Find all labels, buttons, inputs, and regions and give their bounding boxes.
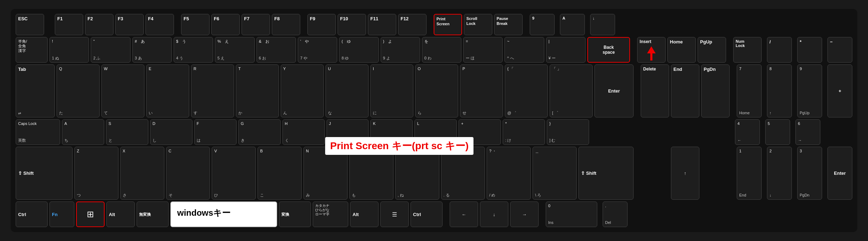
key-numpad-asterisk[interactable]: * <box>797 37 822 63</box>
key-s[interactable]: S と <box>106 119 148 145</box>
key-p[interactable]: P せ <box>460 64 503 117</box>
key-0[interactable]: を 0 わ <box>422 37 461 63</box>
key-unknown3[interactable]: ↓ <box>590 14 615 35</box>
key-shift-right[interactable]: ⇧ Shift <box>578 147 634 200</box>
key-numpad-4[interactable]: 4 ← <box>735 119 760 145</box>
key-f3[interactable]: F3 <box>115 14 144 35</box>
key-q[interactable]: Q た <box>57 64 100 117</box>
key-henkan[interactable]: 変換 <box>279 201 311 227</box>
key-numpad-9[interactable]: 9 PgUp <box>797 64 822 117</box>
key-unknown2[interactable]: A <box>560 14 585 35</box>
key-g[interactable]: G き <box>238 119 281 145</box>
key-u[interactable]: U な <box>326 64 369 117</box>
key-f[interactable]: F は <box>194 119 237 145</box>
key-8[interactable]: ( ゆ 8 ゆ <box>339 37 379 63</box>
key-z[interactable]: Z つ <box>74 147 118 200</box>
key-7[interactable]: ' や 7 や <box>298 37 337 63</box>
key-brace[interactable]: } ] む <box>547 119 589 145</box>
key-delete[interactable]: Delete <box>641 64 669 117</box>
key-backslash[interactable]: ＿ \ ろ <box>533 147 577 200</box>
key-f11[interactable]: F11 <box>368 14 396 35</box>
key-ctrl-left[interactable]: Ctrl <box>16 201 48 227</box>
key-f5[interactable]: F5 <box>181 14 210 35</box>
key-f8[interactable]: F8 <box>272 14 300 35</box>
key-end[interactable]: End <box>671 64 699 117</box>
key-w[interactable]: W て <box>101 64 144 117</box>
key-pgup[interactable]: PgUp <box>698 37 726 63</box>
key-c[interactable]: C そ <box>166 147 210 200</box>
key-printscreen[interactable]: PrintScreen <box>434 14 462 35</box>
key-f6[interactable]: F6 <box>211 14 240 35</box>
key-6[interactable]: & お 6 お <box>256 37 296 63</box>
key-windows[interactable]: ⊞ <box>76 201 105 227</box>
key-arrow-left[interactable]: ← <box>450 201 478 227</box>
key-v[interactable]: V ひ <box>212 147 256 200</box>
key-numpad-enter[interactable]: Enter <box>827 147 852 200</box>
key-context[interactable]: ☰ <box>380 201 409 227</box>
key-numlock[interactable]: NumLock <box>733 37 762 63</box>
key-9[interactable]: ) よ 9 よ <box>381 37 420 63</box>
key-a[interactable]: A ち <box>62 119 104 145</box>
key-f12[interactable]: F12 <box>398 14 427 35</box>
key-f7[interactable]: F7 <box>242 14 270 35</box>
key-katakana[interactable]: カタカナひらがなローマ字 <box>313 201 348 227</box>
key-numpad-7[interactable]: 7 Home <box>737 64 762 117</box>
key-insert[interactable]: Insert <box>637 37 666 63</box>
key-t[interactable]: T か <box>236 64 279 117</box>
key-arrow-right[interactable]: → <box>510 201 539 227</box>
key-minus[interactable]: = ー ほ <box>463 37 503 63</box>
key-e[interactable]: E い <box>146 64 189 117</box>
key-fn[interactable]: Fn <box>49 201 74 227</box>
key-numpad-6[interactable]: 6 → <box>795 119 820 145</box>
key-shift-left[interactable]: ⇧ Shift <box>16 147 73 200</box>
key-h[interactable]: H く <box>282 119 325 145</box>
key-numpad-plus[interactable]: + <box>827 64 852 117</box>
key-colon[interactable]: * : け <box>503 119 545 145</box>
key-f10[interactable]: F10 <box>338 14 366 35</box>
key-hankaku[interactable]: 半角/全角漢字 <box>16 37 48 63</box>
key-r[interactable]: R す <box>191 64 234 117</box>
key-enter[interactable]: Enter <box>594 64 634 117</box>
key-f9[interactable]: F9 <box>307 14 336 35</box>
key-numpad-5[interactable]: 5 <box>765 119 790 145</box>
key-numpad-minus[interactable]: − <box>827 37 852 63</box>
key-f4[interactable]: F4 <box>145 14 174 35</box>
key-b[interactable]: B こ <box>258 147 302 200</box>
key-i[interactable]: I に <box>370 64 413 117</box>
key-pgdn[interactable]: PgDn <box>701 64 730 117</box>
key-scrolllock[interactable]: ScrollLock <box>464 14 492 35</box>
key-pause[interactable]: PauseBreak <box>494 14 523 35</box>
key-x[interactable]: X さ <box>120 147 164 200</box>
key-home[interactable]: Home <box>667 37 696 63</box>
key-y[interactable]: Y ん <box>281 64 324 117</box>
key-yen[interactable]: | ¥ ー <box>546 37 586 63</box>
key-f1[interactable]: F1 <box>55 14 83 35</box>
key-numpad-3[interactable]: 3 PgDn <box>797 147 822 200</box>
key-tab[interactable]: Tab ⇄ <box>16 64 55 117</box>
key-bracket-open[interactable]: { 「 @ ゛ <box>505 64 548 117</box>
key-esc[interactable]: ESC <box>16 14 44 35</box>
key-numpad-2[interactable]: 2 ↓ <box>767 147 792 200</box>
key-capslock[interactable]: Caps Lock 英数 <box>16 119 60 145</box>
key-numpad-decimal[interactable]: . Del <box>603 201 628 227</box>
key-arrow-down[interactable]: ↓ <box>480 201 508 227</box>
key-unknown1[interactable]: 9 <box>530 14 555 35</box>
key-numpad-1[interactable]: 1 End <box>737 147 762 200</box>
key-o[interactable]: O ら <box>415 64 458 117</box>
key-d[interactable]: D し <box>150 119 192 145</box>
key-numpad-0[interactable]: 0 Ins <box>546 201 597 227</box>
key-muhenkan[interactable]: 無変換 <box>137 201 169 227</box>
key-1[interactable]: ! 1 ぬ <box>49 37 89 63</box>
key-5[interactable]: % え 5 え <box>215 37 254 63</box>
key-numpad-slash[interactable]: / <box>767 37 792 63</box>
key-4[interactable]: $ う 4 う <box>174 37 213 63</box>
key-3[interactable]: # あ 3 あ <box>132 37 172 63</box>
key-ctrl-right[interactable]: Ctrl <box>411 201 443 227</box>
key-f2[interactable]: F2 <box>85 14 113 35</box>
key-caret[interactable]: ~ ^ へ <box>504 37 544 63</box>
key-2[interactable]: " 2 ふ <box>91 37 130 63</box>
key-slash[interactable]: ? ・ / め <box>487 147 531 200</box>
key-alt-right[interactable]: Alt <box>350 201 379 227</box>
key-bracket-close[interactable]: 「 」 [ ゜ <box>550 64 593 117</box>
key-alt-left[interactable]: Alt <box>106 201 135 227</box>
